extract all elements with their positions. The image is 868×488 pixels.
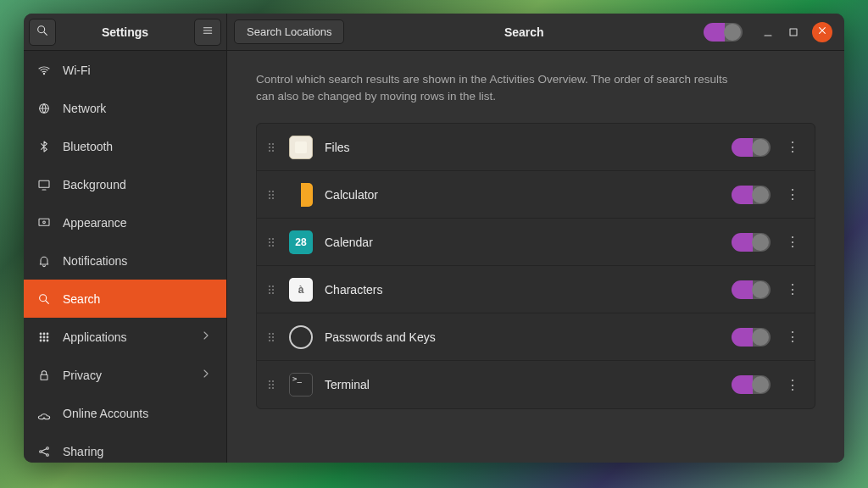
svg-point-13 bbox=[43, 221, 46, 224]
provider-toggle-characters[interactable] bbox=[732, 280, 771, 299]
svg-point-16 bbox=[40, 333, 42, 335]
svg-rect-11 bbox=[39, 180, 49, 187]
sidebar-item-privacy[interactable]: Privacy bbox=[24, 356, 226, 394]
provider-options-button[interactable]: ⋮ bbox=[782, 281, 803, 297]
svg-rect-25 bbox=[41, 374, 47, 380]
svg-line-30 bbox=[42, 452, 46, 454]
search-master-toggle[interactable] bbox=[704, 23, 743, 42]
provider-row-terminal: Terminal⋮ bbox=[257, 361, 815, 408]
provider-label: Passwords and Keys bbox=[325, 330, 720, 344]
page-description: Control which search results are shown i… bbox=[256, 71, 748, 104]
chevron-right-icon bbox=[199, 329, 213, 345]
sidebar-item-bluetooth[interactable]: Bluetooth bbox=[24, 127, 226, 165]
search-providers-list: Files⋮Calculator⋮28Calendar⋮àCharacters⋮… bbox=[256, 123, 815, 409]
sidebar-item-background[interactable]: Background bbox=[24, 165, 226, 203]
privacy-icon bbox=[37, 369, 51, 382]
terminal-app-icon bbox=[289, 373, 313, 396]
sidebar[interactable]: Wi-FiNetworkBluetoothBackgroundAppearanc… bbox=[24, 51, 227, 463]
provider-toggle-calendar[interactable] bbox=[732, 233, 771, 252]
sidebar-item-sharing[interactable]: Sharing bbox=[24, 432, 226, 463]
provider-row-passwords: Passwords and Keys⋮ bbox=[257, 313, 815, 361]
provider-toggle-terminal[interactable] bbox=[732, 375, 771, 394]
search-button[interactable] bbox=[29, 19, 56, 46]
provider-toggle-passwords[interactable] bbox=[732, 328, 771, 347]
page-title: Search bbox=[344, 25, 704, 39]
content-area: Control which search results are shown i… bbox=[227, 51, 844, 463]
drag-handle-icon[interactable] bbox=[265, 238, 277, 247]
sidebar-header: Settings bbox=[24, 14, 227, 51]
provider-row-files: Files⋮ bbox=[257, 124, 815, 171]
svg-point-20 bbox=[43, 336, 45, 338]
provider-options-button[interactable]: ⋮ bbox=[782, 377, 803, 393]
bluetooth-icon bbox=[37, 140, 51, 153]
hamburger-menu-button[interactable] bbox=[194, 19, 221, 46]
svg-point-17 bbox=[43, 333, 45, 335]
provider-toggle-files[interactable] bbox=[732, 138, 771, 157]
svg-point-9 bbox=[43, 73, 44, 74]
provider-label: Calculator bbox=[325, 188, 720, 202]
maximize-button[interactable] bbox=[787, 25, 800, 39]
drag-handle-icon[interactable] bbox=[265, 333, 277, 341]
chevron-right-icon bbox=[199, 367, 213, 383]
sidebar-item-label: Wi-Fi bbox=[63, 64, 91, 77]
search-locations-button[interactable]: Search Locations bbox=[234, 19, 344, 44]
provider-options-button[interactable]: ⋮ bbox=[782, 234, 803, 250]
sidebar-item-label: Notifications bbox=[63, 254, 127, 268]
sidebar-item-applications[interactable]: Applications bbox=[24, 318, 226, 356]
svg-point-23 bbox=[43, 340, 45, 341]
provider-label: Characters bbox=[325, 283, 720, 297]
calculator-app-icon bbox=[289, 183, 313, 207]
sidebar-item-label: Applications bbox=[63, 330, 127, 344]
close-icon bbox=[815, 24, 829, 40]
drag-handle-icon[interactable] bbox=[265, 380, 277, 389]
close-button[interactable] bbox=[812, 22, 832, 42]
sharing-icon bbox=[37, 445, 51, 458]
sidebar-item-search[interactable]: Search bbox=[24, 280, 226, 318]
sidebar-item-wifi[interactable]: Wi-Fi bbox=[24, 51, 226, 89]
search-icon bbox=[37, 292, 51, 306]
svg-point-14 bbox=[40, 294, 47, 301]
svg-point-24 bbox=[47, 340, 48, 341]
notifications-icon bbox=[37, 254, 51, 268]
sidebar-item-label: Sharing bbox=[63, 445, 103, 458]
provider-options-button[interactable]: ⋮ bbox=[782, 139, 803, 155]
sidebar-item-label: Privacy bbox=[63, 369, 102, 382]
sidebar-item-label: Background bbox=[63, 178, 126, 191]
applications-icon bbox=[37, 330, 51, 344]
svg-point-0 bbox=[38, 25, 45, 32]
drag-handle-icon[interactable] bbox=[265, 143, 277, 152]
provider-row-calendar: 28Calendar⋮ bbox=[257, 219, 815, 266]
provider-row-characters: àCharacters⋮ bbox=[257, 266, 815, 313]
sidebar-item-label: Network bbox=[63, 102, 106, 115]
drag-handle-icon[interactable] bbox=[265, 286, 277, 294]
appearance-icon bbox=[37, 216, 51, 230]
drag-handle-icon[interactable] bbox=[265, 191, 277, 199]
sidebar-item-label: Bluetooth bbox=[63, 140, 113, 153]
search-icon bbox=[36, 24, 49, 41]
sidebar-item-online-accounts[interactable]: Online Accounts bbox=[24, 394, 226, 432]
provider-toggle-calculator[interactable] bbox=[732, 186, 771, 204]
provider-options-button[interactable]: ⋮ bbox=[782, 186, 803, 202]
wifi-icon bbox=[37, 64, 51, 77]
files-app-icon bbox=[289, 136, 313, 159]
provider-row-calculator: Calculator⋮ bbox=[257, 171, 815, 219]
calendar-app-icon: 28 bbox=[289, 230, 313, 254]
sidebar-item-appearance[interactable]: Appearance bbox=[24, 203, 226, 241]
provider-options-button[interactable]: ⋮ bbox=[782, 329, 803, 345]
sidebar-title: Settings bbox=[61, 25, 189, 39]
svg-line-29 bbox=[42, 448, 46, 451]
background-icon bbox=[37, 178, 51, 191]
sidebar-item-label: Online Accounts bbox=[63, 407, 148, 420]
content-header: Search Locations Search bbox=[227, 14, 844, 51]
svg-line-15 bbox=[46, 301, 48, 303]
svg-point-21 bbox=[47, 336, 48, 338]
provider-label: Files bbox=[325, 141, 720, 154]
sidebar-item-notifications[interactable]: Notifications bbox=[24, 241, 226, 280]
svg-point-22 bbox=[40, 340, 42, 341]
sidebar-item-label: Appearance bbox=[63, 216, 127, 230]
svg-line-1 bbox=[44, 32, 47, 35]
minimize-button[interactable] bbox=[761, 25, 775, 39]
svg-point-18 bbox=[47, 333, 48, 335]
sidebar-item-network[interactable]: Network bbox=[24, 89, 226, 127]
window-controls bbox=[761, 22, 832, 42]
